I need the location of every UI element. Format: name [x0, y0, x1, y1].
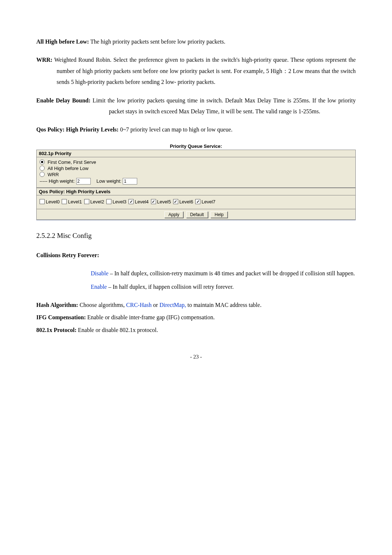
hash-pre: Choose algorithms,: [78, 302, 126, 308]
checkbox-checked-icon: [128, 199, 134, 204]
wrr-weights-row: ----- High weight: Low weight:: [40, 178, 352, 185]
checkbox-checked-icon: [151, 199, 156, 204]
high-weight-label: ----- High weight:: [40, 178, 75, 184]
level-checkbox-2[interactable]: Level2: [84, 199, 104, 204]
level-checkbox-7[interactable]: Level7: [195, 199, 215, 204]
level-label: Level7: [201, 199, 215, 204]
label-delay-bound: Enable Delay Bound:: [36, 97, 90, 104]
low-weight-input[interactable]: [123, 178, 137, 185]
checkbox-icon: [84, 199, 89, 204]
level-checkbox-6[interactable]: Level6: [173, 199, 193, 204]
label-qos-policy: Qos Policy: High Priority Levels:: [36, 126, 119, 133]
high-weight-input[interactable]: [76, 178, 91, 185]
crf-disable-key: Disable: [91, 270, 109, 276]
crf-options: Disable – In half duplex, collision-retr…: [91, 268, 356, 292]
radio-wrr[interactable]: WRR: [40, 172, 352, 177]
level-checkbox-0[interactable]: Level0: [40, 199, 60, 204]
help-button[interactable]: Help: [211, 211, 228, 218]
section-8021p: 802.1p Priority: [36, 150, 356, 157]
level-checkbox-1[interactable]: Level1: [62, 199, 82, 204]
hash-mid: or: [152, 302, 159, 308]
label-wrr: WRR:: [36, 57, 52, 63]
crf-enable: Enable – In half duplex, if happen colli…: [91, 281, 356, 292]
level-label: Level1: [68, 199, 82, 204]
checkbox-checked-icon: [195, 199, 200, 204]
heading-misc-config: 2.5.2.2 Misc Config: [36, 232, 356, 240]
button-row: Apply Default Help: [36, 209, 356, 220]
section-qos-levels-body: Level0Level1Level2Level3Level4Level5Leve…: [36, 195, 356, 209]
level-label: Level3: [113, 199, 126, 204]
crf-disable: Disable – In half duplex, collision-retr…: [91, 268, 356, 279]
text-qos-policy: 0~7 priority level can map to high or lo…: [119, 126, 233, 133]
level-checkbox-4[interactable]: Level4: [128, 199, 148, 204]
radio-all-high[interactable]: All High before Low: [40, 166, 352, 171]
crf-enable-key: Enable: [91, 284, 107, 290]
level-label: Level2: [90, 199, 104, 204]
label-ifg: IFG Compensation:: [36, 314, 86, 320]
level-label: Level5: [157, 199, 171, 204]
panel-shadow: [36, 220, 356, 221]
hash-a: CRC-Hash: [126, 302, 152, 308]
checkbox-icon: [62, 199, 67, 204]
text-all-high: The high priority packets sent before lo…: [89, 39, 225, 45]
radio-icon: [40, 159, 45, 165]
radio-icon: [40, 172, 45, 177]
apply-button[interactable]: Apply: [164, 211, 183, 218]
hash-post: to maintain MAC address table.: [186, 302, 261, 308]
crf-disable-text: – In half duplex, collision-retry maximu…: [109, 270, 355, 276]
hash-b: DirectMap,: [159, 302, 186, 308]
para-crf: Collisions Retry Forever:: [36, 250, 356, 261]
para-qos-policy: Qos Policy: High Priority Levels: 0~7 pr…: [36, 124, 356, 135]
label-crf: Collisions Retry Forever:: [36, 252, 99, 258]
level-label: Level6: [179, 199, 193, 204]
label-all-high: All High before Low:: [36, 39, 89, 45]
config-screenshot: Priority Queue Service: 802.1p Priority …: [36, 143, 356, 221]
level-checkbox-5[interactable]: Level5: [151, 199, 171, 204]
panel-title: Priority Queue Service:: [36, 143, 356, 150]
checkbox-icon: [40, 199, 45, 204]
radio-wrr-label: WRR: [48, 172, 59, 177]
radio-fcfs[interactable]: First Come, First Serve: [40, 159, 352, 165]
level-checkbox-3[interactable]: Level3: [106, 199, 126, 204]
para-delay-bound: Enable Delay Bound: Limit the low priori…: [36, 95, 356, 117]
checkbox-checked-icon: [173, 199, 178, 204]
para-all-high: All High before Low: The high priority p…: [36, 36, 356, 47]
radio-all-high-label: All High before Low: [48, 166, 89, 171]
para-hash: Hash Algorithm: Choose algorithms, CRC-H…: [36, 300, 356, 311]
checkbox-icon: [106, 199, 111, 204]
section-8021p-body: First Come, First Serve All High before …: [36, 157, 356, 188]
low-weight-label: Low weight:: [97, 178, 122, 184]
para-ifg: IFG Compensation: Enable or disable inte…: [36, 312, 356, 323]
levels-row: Level0Level1Level2Level3Level4Level5Leve…: [40, 199, 352, 204]
para-8021x: 802.1x Protocol: Enable or disable 802.1…: [36, 325, 356, 336]
label-8021x: 802.1x Protocol:: [36, 327, 77, 333]
crf-enable-text: – In half duplex, if happen collision wi…: [107, 284, 233, 290]
radio-icon: [40, 166, 45, 171]
level-label: Level4: [135, 199, 148, 204]
label-hash: Hash Algorithm:: [36, 302, 78, 308]
text-wrr: Weighted Round Robin. Select the prefere…: [52, 57, 356, 85]
page-number: - 23 -: [36, 354, 356, 360]
text-ifg: Enable or disable inter-frame gap (IFG) …: [86, 314, 215, 320]
text-8021x: Enable or disable 802.1x protocol.: [77, 327, 158, 333]
radio-fcfs-label: First Come, First Serve: [48, 159, 96, 165]
default-button[interactable]: Default: [186, 211, 208, 218]
level-label: Level0: [46, 199, 60, 204]
text-delay-bound: Limit the low priority packets queuing t…: [90, 97, 356, 114]
section-qos-levels: Qos Policy: High Priority Levels: [36, 188, 356, 195]
para-wrr: WRR: Weighted Round Robin. Select the pr…: [36, 54, 356, 88]
